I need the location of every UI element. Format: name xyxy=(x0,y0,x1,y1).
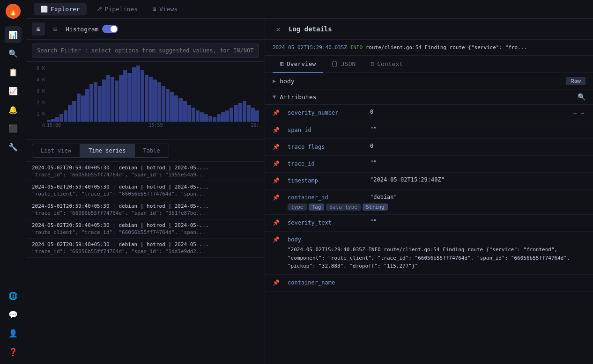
filter-include-icon[interactable]: ⬅ xyxy=(572,109,578,118)
attributes-section-toggle: ▼ xyxy=(273,94,276,100)
nav-tab-views[interactable]: ⊞ Views xyxy=(146,3,184,15)
app-logo[interactable]: 🔥 xyxy=(6,4,21,19)
log-item-line2: "trace_id": "66056b55ff74764d", "span_id… xyxy=(32,172,259,178)
log-item-line2: "trace_id": "66056b55ff74764d", "span_id… xyxy=(32,210,259,216)
pin-icon[interactable]: 📌 xyxy=(273,236,280,243)
attr-row-severity-number: 📌 severity_number 0 ⬅ ➡ xyxy=(265,105,593,122)
pin-icon[interactable]: 📌 xyxy=(273,279,280,286)
chart-y-2k: 2 K xyxy=(32,100,45,105)
pin-icon[interactable]: 📌 xyxy=(273,160,280,167)
views-icon: ⊞ xyxy=(153,6,156,13)
attr-value-container-id: "debian" xyxy=(370,194,586,200)
histogram-bar xyxy=(106,75,110,122)
pin-icon[interactable]: 📌 xyxy=(273,177,280,184)
histogram-bar xyxy=(174,95,178,122)
body-section-toggle: ▶ xyxy=(273,78,276,84)
detail-close-btn[interactable]: ✕ xyxy=(273,23,284,35)
chart-x-1500: 15:00 xyxy=(47,123,61,128)
histogram-bar xyxy=(119,75,123,122)
histogram-bar xyxy=(213,117,216,122)
sidebar-icon-pipelines[interactable]: 📋 xyxy=(5,64,22,80)
log-item[interactable]: 2024-05-02T20:59:40+05:30 | debian | hot… xyxy=(26,181,265,200)
attr-name-trace-id: trace_id xyxy=(288,160,363,167)
detail-header: ✕ Log details xyxy=(265,19,593,40)
pin-icon[interactable]: 📌 xyxy=(273,194,280,201)
left-panel: ⊞ ⊟ Histogram 5 K 4 K 3 K 2 K 1 K xyxy=(26,19,265,364)
log-item-line1: 2024-05-02T20:59:40+05:30 | debian | hot… xyxy=(32,165,259,171)
histogram-bar xyxy=(55,117,59,122)
detail-tab-json-label: JSON xyxy=(341,60,356,67)
chart-y-0: 0 xyxy=(32,123,45,128)
histogram-bar xyxy=(166,89,170,122)
sidebar-icon-help[interactable]: ❓ xyxy=(5,343,22,360)
sidebar-icon-explorer[interactable]: 📊 xyxy=(5,26,22,43)
detail-tab-json[interactable]: {} JSON xyxy=(323,56,363,73)
histogram-bar xyxy=(64,110,67,122)
histogram-bar xyxy=(192,108,195,122)
attr-name-severity-number: severity_number xyxy=(288,109,363,116)
log-item[interactable]: 2024-05-02T20:59:40+05:30 | debian | hot… xyxy=(26,162,265,181)
log-item[interactable]: 2024-05-02T20:59:40+05:30 | debian | hot… xyxy=(26,219,265,239)
toolbar-row: ⊞ ⊟ Histogram xyxy=(26,19,265,40)
search-input[interactable] xyxy=(32,44,259,58)
attributes-search-icon[interactable]: 🔍 xyxy=(578,93,586,101)
tag-tag: Tag xyxy=(309,204,325,211)
log-item-line1: 2024-05-02T20:59:40+05:30 | debian | hot… xyxy=(32,241,259,248)
raw-button[interactable]: Raw xyxy=(566,77,586,85)
chart-x-labels: 15:00 15:59 16: xyxy=(47,122,259,129)
log-item[interactable]: 2024-05-02T20:59:40+05:30 | debian | hot… xyxy=(26,239,265,258)
body-section-row[interactable]: ▶ body Raw xyxy=(265,73,593,89)
detail-tab-overview-label: Overview xyxy=(287,60,316,67)
histogram-bar xyxy=(51,119,55,122)
nav-tab-pipelines[interactable]: ⎇ Pipelines xyxy=(89,3,144,15)
attr-row-severity-text: 📌 severity_text "" xyxy=(265,215,593,232)
log-item[interactable]: 2024-05-02T20:59:40+05:30 | debian | hot… xyxy=(26,200,265,219)
sidebar-icon-settings[interactable]: 🔧 xyxy=(5,138,22,155)
histogram-bar xyxy=(196,110,200,122)
context-icon: ⊟ xyxy=(371,60,374,67)
attr-row-trace-flags: 📌 trace_flags 0 xyxy=(265,139,593,156)
pin-icon[interactable]: 📌 xyxy=(273,219,280,226)
table-view-btn[interactable]: ⊞ xyxy=(32,22,45,36)
sidebar-icon-user[interactable]: 👤 xyxy=(5,325,22,342)
detail-tab-overview[interactable]: ⊞ Overview xyxy=(273,56,323,73)
pin-icon[interactable]: 📌 xyxy=(273,127,280,133)
preview-level: INFO xyxy=(350,44,363,51)
histogram-bar xyxy=(68,105,72,122)
pin-icon[interactable]: 📌 xyxy=(273,109,280,116)
top-nav: ⬜ Explorer ⎇ Pipelines ⊞ Views xyxy=(26,0,593,19)
attributes-section-row[interactable]: ▼ Attributes 🔍 xyxy=(265,89,593,105)
sidebar-icon-chat[interactable]: 💬 xyxy=(5,306,22,323)
detail-tab-context[interactable]: ⊟ Context xyxy=(363,56,410,73)
attributes-section-name: Attributes xyxy=(280,94,316,101)
tag-string: String xyxy=(363,204,388,211)
sidebar-icon-globe[interactable]: 🌐 xyxy=(5,287,22,304)
histogram-toggle[interactable] xyxy=(102,25,118,33)
view-tab-list[interactable]: List view xyxy=(32,144,80,158)
histogram-bar xyxy=(247,105,251,122)
attr-name-timestamp: timestamp xyxy=(288,177,363,184)
attr-row-trace-id: 📌 trace_id "" xyxy=(265,156,593,173)
log-item-line2: "trace_id": "66056b55ff74764d", "span_id… xyxy=(32,248,259,255)
attr-name-body: body xyxy=(288,236,363,243)
pipelines-icon: ⎇ xyxy=(95,6,102,13)
sidebar-icon-alerts[interactable]: 🔔 xyxy=(5,101,22,118)
attr-name-container-name: container_name xyxy=(288,279,363,286)
chart-x-1559: 15:59 xyxy=(148,123,163,128)
nav-tab-explorer[interactable]: ⬜ Explorer xyxy=(34,3,87,15)
pin-icon[interactable]: 📌 xyxy=(273,144,280,150)
code-view-btn[interactable]: ⊟ xyxy=(49,22,62,36)
chart-y-3k: 3 K xyxy=(32,88,45,94)
histogram-label: Histogram xyxy=(66,26,98,33)
histogram-bar xyxy=(255,110,259,122)
filter-exclude-icon[interactable]: ➡ xyxy=(580,109,586,118)
sidebar-icon-dashboards[interactable]: ⬛ xyxy=(5,120,22,137)
detail-tab-context-label: Context xyxy=(377,60,403,67)
histogram-bar xyxy=(157,82,161,122)
sidebar-icon-views[interactable]: 📈 xyxy=(5,82,22,99)
attr-name-container-id: container_id xyxy=(288,194,363,201)
sidebar-icon-search[interactable]: 🔍 xyxy=(5,45,22,62)
view-tab-table[interactable]: Table xyxy=(135,144,169,158)
histogram-bar xyxy=(243,101,246,122)
view-tab-timeseries[interactable]: Time series xyxy=(80,144,134,158)
